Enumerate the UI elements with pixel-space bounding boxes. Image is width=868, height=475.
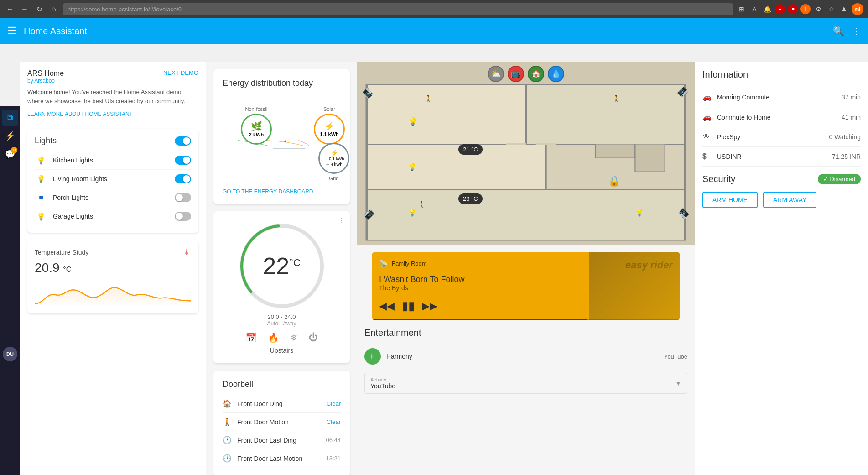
- morning-commute-value: 37 min: [842, 94, 861, 101]
- motion-icon-3: 🚶: [418, 201, 426, 208]
- media-pause-button[interactable]: ▮▮: [402, 299, 415, 313]
- home-button[interactable]: ⌂: [48, 4, 59, 15]
- lights-title: Lights: [35, 136, 57, 146]
- lights-card: Lights 💡 Kitchen Lights 💡 Living Room Li…: [27, 129, 198, 233]
- avatar-text: DU: [6, 351, 14, 357]
- right-panel: ⛅ 📺 🏠 💧: [357, 62, 695, 475]
- temp-chart: [35, 279, 191, 306]
- thermostat-fan-icon[interactable]: ❄: [290, 332, 298, 343]
- solar-node: Solar ⚡ 1.1 kWh: [314, 106, 345, 145]
- temp-card-title: Temperature Study: [35, 249, 88, 256]
- doorbell-title: Doorbell: [223, 380, 341, 389]
- lock-icon[interactable]: 🔒: [608, 175, 620, 187]
- url-bar[interactable]: https://demo.home-assistant.io/#/lovelac…: [63, 3, 733, 15]
- light-bulb-1[interactable]: 💡: [408, 117, 418, 127]
- media-previous-button[interactable]: ◀◀: [379, 300, 395, 312]
- svg-rect-4: [367, 85, 526, 144]
- door-last-ding-icon: 🕐: [223, 436, 237, 444]
- mi-icon[interactable]: mi: [852, 3, 863, 15]
- user-avatar[interactable]: DU: [3, 347, 17, 361]
- cast-icon: 📡: [379, 259, 388, 268]
- thermostat-name: Upstairs: [270, 347, 293, 354]
- energy-card: Energy distribution today: [213, 69, 350, 204]
- energy-title: Energy distribution today: [223, 78, 341, 88]
- media-player-card: 📡 Family Room easy rider I Wasn't Born T…: [372, 252, 680, 320]
- sidebar-item-energy[interactable]: ⚡: [2, 128, 18, 144]
- list-item: 💡 Living Room Lights: [35, 170, 191, 188]
- door-last-motion-time: 13:21: [326, 455, 341, 462]
- door-last-ding-label: Front Door Last Ding: [237, 437, 326, 444]
- eye-icon: 👁: [702, 133, 717, 141]
- extensions-icon[interactable]: ⊞: [737, 4, 747, 14]
- search-icon[interactable]: 🔍: [833, 26, 844, 37]
- light-bulb-2[interactable]: 💡: [408, 162, 417, 171]
- media-progress-fill: [372, 319, 587, 320]
- security-title: Security: [702, 174, 735, 184]
- thermostat-dial[interactable]: 22°C: [236, 220, 327, 312]
- kitchen-light-toggle[interactable]: [175, 156, 191, 165]
- floorplan-container: ⛅ 📺 🏠 💧: [357, 62, 695, 245]
- notification-badge: 31: [11, 147, 17, 153]
- porch-light-toggle[interactable]: [175, 193, 191, 202]
- menu-icon[interactable]: ☰: [7, 25, 16, 37]
- temp-badge-2: 23 °C: [458, 193, 483, 204]
- thermostat-card: ⋮ 22°C 20.0 - 24.0 Auto - Away: [213, 211, 350, 363]
- bookmark-icon[interactable]: ☆: [826, 4, 836, 14]
- arm-home-button[interactable]: ARM HOME: [702, 192, 758, 208]
- living-room-light-icon: 💡: [35, 172, 47, 185]
- activity-select-value: YouTube: [370, 382, 675, 390]
- temperature-card: Temperature Study 🌡 20.9 °C: [27, 240, 198, 313]
- flag-icon: ⚑: [788, 4, 798, 14]
- living-room-light-toggle[interactable]: [175, 174, 191, 183]
- media-section: 📡 Family Room easy rider I Wasn't Born T…: [357, 245, 695, 401]
- back-button[interactable]: ←: [5, 4, 16, 15]
- door-motion-label: Front Door Motion: [237, 418, 327, 426]
- door-motion-clear[interactable]: Clear: [327, 418, 341, 425]
- thermometer-icon: 🌡: [183, 247, 191, 257]
- thermostat-power-icon[interactable]: ⏻: [309, 332, 318, 343]
- media-progress-bar: [372, 319, 680, 320]
- thermostat-unit: °C: [289, 257, 301, 268]
- thermostat-schedule-icon[interactable]: 📅: [245, 332, 257, 343]
- harmony-item: H Harmony YouTube: [364, 344, 687, 369]
- door-motion-icon: 🚶: [223, 418, 237, 426]
- svg-rect-5: [526, 85, 685, 144]
- porch-light-icon: ■: [35, 191, 47, 204]
- svg-point-0: [284, 140, 286, 142]
- reload-button[interactable]: ↻: [34, 4, 45, 15]
- notifications-icon[interactable]: 🔔: [762, 4, 772, 14]
- sidebar-item-logbook[interactable]: 💬 31: [2, 146, 18, 162]
- garage-light-label: Garage Lights: [53, 213, 175, 220]
- commute-home-label: Commute to Home: [717, 114, 842, 121]
- nonfossil-node: Non-fossil 🌿 2 kWh: [241, 106, 272, 145]
- app-title: Home Assistant: [24, 26, 833, 37]
- harmony-activity-value: YouTube: [664, 353, 687, 360]
- motion-icon-1: 🚶: [425, 95, 432, 102]
- url-text: https://demo.home-assistant.io/#/lovelac…: [68, 6, 182, 13]
- demo-subtitle[interactable]: by Arsaboo: [27, 78, 64, 84]
- kitchen-light-icon: 💡: [35, 154, 47, 167]
- more-options-icon[interactable]: ⋮: [852, 26, 861, 37]
- forward-button[interactable]: →: [19, 4, 30, 15]
- light-bulb-3[interactable]: 💡: [408, 208, 417, 217]
- lights-master-toggle[interactable]: [175, 136, 191, 146]
- energy-dashboard-link[interactable]: GO TO THE ENERGY DASHBOARD: [223, 188, 341, 195]
- door-ding-label: Front Door Ding: [237, 400, 327, 407]
- arm-away-button[interactable]: ARM AWAY: [763, 192, 816, 208]
- learn-more-link[interactable]: LEARN MORE ABOUT HOME ASSISTANT: [27, 111, 198, 117]
- sidebar-item-dashboard[interactable]: ⧉: [2, 110, 18, 126]
- light-bulb-4[interactable]: 💡: [635, 208, 644, 217]
- thermostat-more-icon[interactable]: ⋮: [338, 217, 344, 224]
- svg-rect-11: [506, 143, 526, 145]
- media-next-button[interactable]: ▶▶: [422, 300, 437, 312]
- game-icon[interactable]: ♟: [839, 4, 849, 14]
- media-artwork: [589, 252, 680, 320]
- thermostat-flame-icon[interactable]: 🔥: [268, 332, 279, 343]
- next-demo-button[interactable]: NEXT DEMO: [163, 69, 198, 76]
- settings-icon[interactable]: ⚙: [813, 4, 823, 14]
- record-icon: ●: [775, 4, 785, 14]
- profile-icon[interactable]: A: [749, 4, 759, 14]
- activity-select[interactable]: Activity YouTube ▼: [364, 373, 687, 394]
- garage-light-toggle[interactable]: [175, 212, 191, 221]
- door-ding-clear[interactable]: Clear: [327, 400, 341, 407]
